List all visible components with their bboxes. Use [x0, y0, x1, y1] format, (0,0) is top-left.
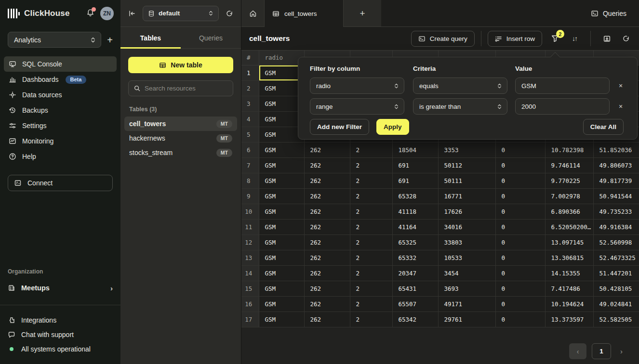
data-cell[interactable]: 41118 — [392, 204, 438, 219]
data-cell[interactable]: 50.941544 — [593, 188, 639, 204]
data-cell[interactable]: 262 — [304, 281, 350, 296]
insert-row-button[interactable]: Insert row — [488, 31, 542, 47]
data-cell[interactable]: 49.024841 — [593, 296, 639, 312]
sidebar-item-monitoring[interactable]: Monitoring — [4, 133, 117, 149]
data-cell[interactable]: 6.52050200… — [545, 219, 593, 234]
data-cell[interactable]: 262 — [304, 188, 350, 204]
data-cell[interactable]: GSM — [259, 188, 304, 204]
data-cell[interactable]: 0 — [495, 188, 545, 204]
data-cell[interactable]: 262 — [304, 250, 350, 265]
data-cell[interactable]: GSM — [259, 312, 304, 327]
data-cell[interactable]: 2 — [350, 250, 392, 265]
prev-page-button[interactable]: ‹ — [569, 343, 586, 359]
data-cell[interactable]: 50.428105 — [593, 281, 639, 296]
data-cell[interactable]: 29761 — [438, 312, 495, 327]
workspace-select[interactable]: Analytics — [8, 32, 101, 48]
data-cell[interactable]: GSM — [259, 127, 304, 142]
data-cell[interactable]: 10.194624 — [545, 296, 593, 312]
data-cell[interactable]: 65332 — [392, 250, 438, 265]
data-cell[interactable]: GSM — [259, 204, 304, 219]
filter-value-input-2[interactable] — [515, 98, 610, 115]
data-cell[interactable]: 0 — [495, 265, 545, 281]
data-cell[interactable]: 0 — [495, 204, 545, 219]
data-cell[interactable]: 3454 — [438, 265, 495, 281]
data-cell[interactable]: 65328 — [392, 188, 438, 204]
data-cell[interactable]: 262 — [304, 312, 350, 327]
sidebar-item-dashboards[interactable]: Dashboards Beta — [4, 72, 117, 87]
data-cell[interactable]: 6.890366 — [545, 204, 593, 219]
tab-cell-towers[interactable]: cell_towers — [264, 0, 344, 27]
table-item-cell-towers[interactable]: cell_towers MT — [124, 117, 237, 131]
sidebar-item-backups[interactable]: Backups — [4, 103, 117, 118]
filter-column-select-2[interactable]: range — [310, 98, 404, 115]
data-cell[interactable]: 49171 — [438, 296, 495, 312]
download-button[interactable] — [601, 35, 612, 43]
clear-all-filters-button[interactable]: Clear All — [583, 119, 624, 135]
data-cell[interactable]: 52.4673325 — [593, 250, 639, 265]
data-cell[interactable]: 13.306815 — [545, 250, 593, 265]
data-cell[interactable]: GSM — [259, 96, 304, 111]
data-cell[interactable]: 2 — [350, 234, 392, 250]
integrations-link[interactable]: Integrations — [0, 313, 120, 327]
system-status[interactable]: All systems operational — [0, 342, 120, 356]
data-cell[interactable]: 2 — [350, 312, 392, 327]
add-filter-button[interactable]: Add new Filter — [310, 119, 369, 135]
data-cell[interactable]: GSM — [259, 157, 304, 173]
data-cell[interactable]: GSM — [259, 111, 304, 127]
filter-criteria-select-1[interactable]: equals — [413, 78, 507, 94]
data-cell[interactable]: 65431 — [392, 281, 438, 296]
search-resources[interactable] — [128, 80, 233, 96]
data-cell[interactable]: 3693 — [438, 281, 495, 296]
data-cell[interactable]: 262 — [304, 142, 350, 157]
sort-button[interactable]: ↓↑ — [569, 35, 580, 42]
data-cell[interactable]: 18504 — [392, 142, 438, 157]
notifications-button[interactable] — [86, 9, 94, 19]
data-cell[interactable]: 52.582505 — [593, 312, 639, 327]
create-query-button[interactable]: Create query — [411, 31, 475, 47]
data-cell[interactable]: 0 — [495, 142, 545, 157]
data-cell[interactable]: 262 — [304, 296, 350, 312]
collapse-panel-icon[interactable] — [128, 10, 136, 17]
apply-filter-button[interactable]: Apply — [376, 119, 409, 135]
sidebar-item-settings[interactable]: Settings — [4, 118, 117, 133]
data-cell[interactable]: 7.002978 — [545, 188, 593, 204]
table-item-stocks-stream[interactable]: stocks_stream MT — [124, 145, 237, 160]
data-cell[interactable]: 16771 — [438, 188, 495, 204]
filter-column-select-1[interactable]: radio — [310, 78, 404, 94]
data-cell[interactable]: GSM — [259, 142, 304, 157]
data-cell[interactable]: 0 — [495, 234, 545, 250]
data-cell[interactable]: GSM — [259, 65, 304, 80]
data-cell[interactable]: 262 — [304, 173, 350, 188]
data-cell[interactable]: 2 — [350, 157, 392, 173]
data-cell[interactable]: 14.15355 — [545, 265, 593, 281]
sidebar-item-sql-console[interactable]: SQL Console — [4, 56, 117, 72]
data-cell[interactable]: 65342 — [392, 312, 438, 327]
home-button[interactable] — [241, 0, 264, 27]
data-cell[interactable]: 7.417486 — [545, 281, 593, 296]
chat-support-link[interactable]: Chat with support — [0, 327, 120, 342]
data-cell[interactable]: GSM — [259, 234, 304, 250]
col-header-num[interactable]: # — [241, 51, 259, 65]
data-cell[interactable]: 0 — [495, 157, 545, 173]
data-cell[interactable]: 65507 — [392, 296, 438, 312]
data-cell[interactable]: 41164 — [392, 219, 438, 234]
data-cell[interactable]: 51.447201 — [593, 265, 639, 281]
data-cell[interactable]: 50111 — [438, 173, 495, 188]
data-cell[interactable]: 49.806073 — [593, 157, 639, 173]
data-cell[interactable]: 262 — [304, 234, 350, 250]
next-page-button[interactable]: › — [616, 347, 626, 355]
data-cell[interactable]: 49.916384 — [593, 219, 639, 234]
data-cell[interactable]: 262 — [304, 219, 350, 234]
remove-filter-1-button[interactable]: × — [615, 78, 626, 94]
filter-value-input-1[interactable] — [515, 78, 610, 94]
data-cell[interactable]: 2 — [350, 265, 392, 281]
data-cell[interactable]: 17626 — [438, 204, 495, 219]
data-cell[interactable]: 9.746114 — [545, 157, 593, 173]
database-select[interactable]: default — [143, 6, 219, 21]
data-cell[interactable]: GSM — [259, 173, 304, 188]
search-input[interactable] — [145, 85, 228, 92]
new-table-button[interactable]: New table — [128, 57, 233, 73]
data-cell[interactable]: 49.817739 — [593, 173, 639, 188]
data-cell[interactable]: 3353 — [438, 142, 495, 157]
data-cell[interactable]: 49.735233 — [593, 204, 639, 219]
